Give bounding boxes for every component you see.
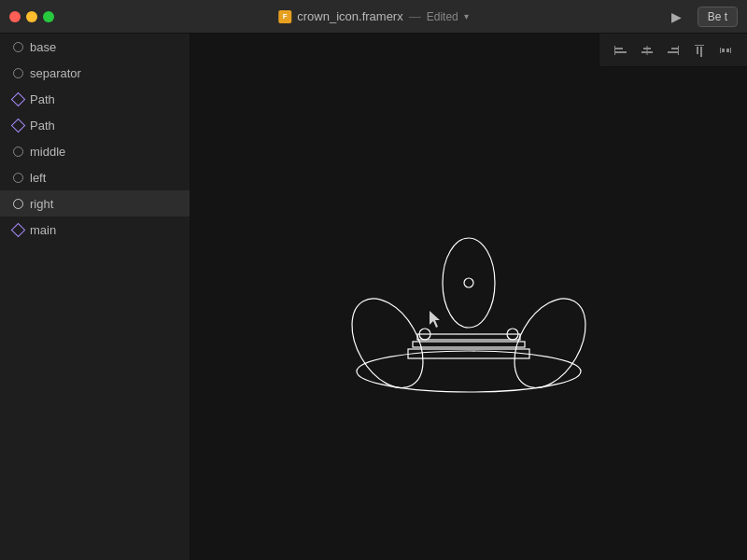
svg-marker-26 bbox=[430, 311, 440, 328]
minimize-button[interactable] bbox=[26, 11, 37, 22]
play-button[interactable]: ▶ bbox=[664, 7, 690, 27]
preview-button[interactable]: Be t bbox=[698, 7, 738, 27]
layer-label-middle: middle bbox=[30, 145, 65, 159]
sidebar-item-middle[interactable]: middle bbox=[0, 138, 190, 164]
sidebar-item-left[interactable]: left bbox=[0, 164, 190, 190]
titlebar-right: ▶ Be t bbox=[664, 7, 747, 27]
sidebar-item-separator[interactable]: separator bbox=[0, 60, 190, 86]
filename: crown_icon.framerx bbox=[297, 9, 402, 23]
svg-rect-17 bbox=[417, 334, 520, 340]
crown-illustration bbox=[329, 189, 609, 404]
traffic-lights bbox=[9, 11, 54, 22]
circle-icon bbox=[11, 66, 24, 79]
dropdown-arrow[interactable]: ▾ bbox=[464, 11, 469, 21]
svg-point-22 bbox=[443, 238, 495, 328]
circle-icon bbox=[11, 197, 24, 210]
svg-rect-18 bbox=[413, 342, 525, 347]
circle-icon bbox=[11, 40, 24, 53]
layer-label-main: main bbox=[30, 223, 56, 237]
titlebar-center: F crown_icon.framerx — Edited ▾ bbox=[278, 9, 468, 23]
sidebar-item-main[interactable]: main bbox=[0, 217, 190, 243]
sidebar-item-path1[interactable]: Path bbox=[0, 86, 190, 112]
titlebar-left bbox=[0, 11, 54, 22]
layer-label-right: right bbox=[30, 197, 53, 211]
svg-point-21 bbox=[500, 287, 599, 400]
svg-point-20 bbox=[337, 287, 437, 400]
close-button[interactable] bbox=[9, 11, 21, 22]
canvas-content bbox=[190, 34, 747, 560]
maximize-button[interactable] bbox=[43, 11, 54, 22]
main-layout: base separator Path Path middle left rig… bbox=[0, 34, 747, 560]
circle-icon bbox=[11, 145, 24, 158]
sidebar-item-path2[interactable]: Path bbox=[0, 112, 190, 138]
sidebar-item-right[interactable]: right bbox=[0, 190, 190, 217]
separator-dash: — bbox=[409, 9, 421, 23]
sidebar-item-base[interactable]: base bbox=[0, 34, 190, 60]
layer-label-path2: Path bbox=[30, 119, 55, 133]
circle-icon bbox=[11, 171, 24, 184]
svg-point-25 bbox=[464, 278, 473, 287]
component-icon bbox=[11, 119, 24, 132]
component-icon bbox=[11, 223, 24, 236]
file-icon: F bbox=[278, 10, 291, 23]
titlebar: F crown_icon.framerx — Edited ▾ ▶ Be t bbox=[0, 0, 747, 34]
layer-label-base: base bbox=[30, 40, 56, 54]
layers-panel: base separator Path Path middle left rig… bbox=[0, 34, 190, 560]
preview-label: Be t bbox=[708, 10, 727, 23]
layer-label-path1: Path bbox=[30, 92, 55, 106]
canvas-area[interactable] bbox=[190, 34, 747, 560]
layer-label-separator: separator bbox=[30, 66, 81, 80]
edited-badge: Edited bbox=[427, 10, 458, 23]
component-icon bbox=[11, 92, 24, 105]
layer-label-left: left bbox=[30, 171, 46, 185]
